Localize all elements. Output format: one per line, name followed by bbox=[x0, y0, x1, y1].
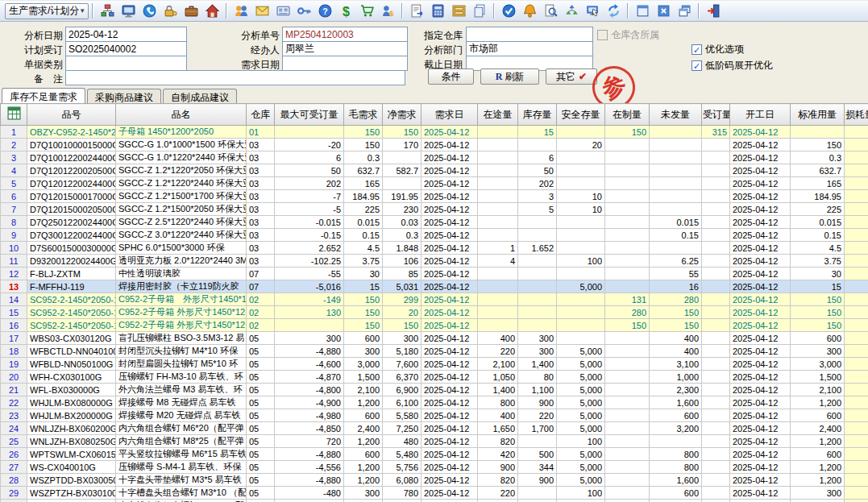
table-cell[interactable]: 6,370 bbox=[383, 371, 422, 384]
table-cell[interactable]: 2025-04-12 bbox=[730, 448, 791, 461]
table-cell[interactable]: 225 bbox=[344, 203, 383, 216]
table-cell[interactable]: 2025-04-12 bbox=[730, 229, 791, 242]
users-icon[interactable] bbox=[230, 2, 251, 20]
table-cell[interactable]: WPTSWLM-CX060150G bbox=[27, 448, 116, 461]
table-cell[interactable] bbox=[650, 190, 702, 203]
table-cell[interactable]: 100 bbox=[557, 255, 605, 268]
table-cell[interactable]: 07 bbox=[247, 280, 275, 293]
table-cell[interactable]: 50 bbox=[275, 164, 344, 177]
col-header-8[interactable]: 在途量 bbox=[478, 104, 518, 126]
row-number[interactable]: 25 bbox=[1, 435, 27, 448]
table-cell[interactable]: 2025-04-12 bbox=[730, 435, 791, 448]
table-cell[interactable]: 150 bbox=[344, 293, 383, 306]
table-row[interactable]: 6D7Q1201500017000GSGCC-Z 1.2*1500*1700 环… bbox=[1, 190, 868, 203]
analysis-date-input[interactable] bbox=[65, 27, 187, 42]
table-cell[interactable]: 6 bbox=[518, 151, 557, 164]
table-cell[interactable]: 300 bbox=[275, 332, 344, 345]
archive-icon[interactable] bbox=[448, 2, 469, 20]
table-cell[interactable]: 184.95 bbox=[791, 190, 845, 203]
table-row[interactable]: 2D7Q1001000015000GSGCC-G 1.0*1000*1500 环… bbox=[1, 139, 868, 151]
tab-2[interactable]: 采购商品建议 bbox=[87, 89, 161, 103]
table-row[interactable]: 25WNLJZH-BX080250G内六角组合螺钉 M8*25（配平弹05720… bbox=[1, 435, 868, 448]
table-cell[interactable]: 2025-04-12 bbox=[422, 139, 478, 151]
table-cell[interactable]: 1,650 bbox=[791, 500, 845, 502]
table-cell[interactable]: 5,756 bbox=[383, 461, 422, 474]
table-cell[interactable] bbox=[845, 190, 868, 203]
table-cell[interactable]: 1,200 bbox=[791, 435, 845, 448]
table-cell[interactable]: 2,300 bbox=[650, 384, 702, 396]
table-cell[interactable]: 900 bbox=[518, 474, 557, 487]
table-row[interactable]: 20WFH-CX030100G压铆螺钉 FH-M3-10 易车铁、环05-4,8… bbox=[1, 371, 868, 384]
table-cell[interactable] bbox=[845, 422, 868, 435]
table-cell[interactable]: 1.848 bbox=[383, 242, 422, 255]
table-cell[interactable]: 05 bbox=[247, 448, 275, 461]
table-cell[interactable]: 2025-04-12 bbox=[730, 164, 791, 177]
table-row[interactable]: 30WSZPTZH-BX040100G十字槽盘头组合螺钉 M4*10（配05-7… bbox=[1, 500, 868, 502]
table-cell[interactable]: F-BLJ-ZXTM bbox=[27, 268, 116, 280]
table-cell[interactable]: 131 bbox=[605, 293, 650, 306]
table-row[interactable]: 26WPTSWLM-CX060150G平头竖纹拉铆螺母 M6*15 易车铁05-… bbox=[1, 448, 868, 461]
table-cell[interactable]: 600 bbox=[344, 332, 383, 345]
table-cell[interactable]: 300 bbox=[791, 345, 845, 358]
col-header-15[interactable]: 标准用量 bbox=[791, 104, 845, 126]
cascade-windows-icon[interactable] bbox=[674, 2, 695, 20]
row-number[interactable]: 16 bbox=[1, 319, 27, 332]
table-cell[interactable]: 150 bbox=[605, 319, 650, 332]
col-header-4[interactable]: 最大可受订量 bbox=[275, 104, 344, 126]
table-cell[interactable]: 0.015 bbox=[650, 216, 702, 229]
table-cell[interactable]: 2025-04-12 bbox=[422, 229, 478, 242]
table-cell[interactable]: 05 bbox=[247, 358, 275, 371]
table-cell[interactable]: 5,000 bbox=[557, 371, 605, 384]
table-cell[interactable]: 2025-04-12 bbox=[730, 126, 791, 139]
row-number[interactable]: 22 bbox=[1, 396, 27, 409]
table-cell[interactable]: 2025-04-12 bbox=[422, 177, 478, 190]
table-cell[interactable]: 2025-04-12 bbox=[730, 242, 791, 255]
table-cell[interactable] bbox=[702, 242, 730, 255]
table-cell[interactable]: 0.3 bbox=[791, 151, 845, 164]
table-cell[interactable]: 400 bbox=[650, 345, 702, 358]
table-cell[interactable]: 2,100 bbox=[791, 384, 845, 396]
table-cell[interactable]: 3,100 bbox=[650, 358, 702, 371]
row-number[interactable]: 8 bbox=[1, 216, 27, 229]
org-tree-icon[interactable] bbox=[97, 2, 118, 20]
table-cell[interactable] bbox=[518, 268, 557, 280]
table-row[interactable]: 8D7Q2501220024400GSGCC-Z 2.5*1220*2440 环… bbox=[1, 216, 868, 229]
other-button[interactable]: 其它 ✔ bbox=[546, 68, 597, 85]
table-cell[interactable] bbox=[702, 384, 730, 396]
table-cell[interactable]: 2025-04-12 bbox=[730, 345, 791, 358]
table-cell[interactable]: 05 bbox=[247, 384, 275, 396]
table-cell[interactable]: 05 bbox=[247, 461, 275, 474]
table-cell[interactable] bbox=[605, 461, 650, 474]
close-window-icon[interactable] bbox=[653, 2, 674, 20]
table-cell[interactable] bbox=[605, 139, 650, 151]
table-cell[interactable]: 03 bbox=[247, 164, 275, 177]
table-cell[interactable] bbox=[650, 151, 702, 164]
table-cell[interactable]: 2025-04-12 bbox=[422, 409, 478, 422]
table-cell[interactable]: 225 bbox=[791, 203, 845, 216]
table-cell[interactable]: 1,650 bbox=[478, 422, 518, 435]
table-cell[interactable] bbox=[557, 293, 605, 306]
table-cell[interactable]: 100 bbox=[557, 487, 605, 500]
table-cell[interactable]: D7Q1201220024400G bbox=[27, 177, 116, 190]
table-cell[interactable] bbox=[605, 255, 650, 268]
table-cell[interactable] bbox=[702, 280, 730, 293]
monitor-icon[interactable] bbox=[118, 2, 139, 20]
table-cell[interactable] bbox=[557, 216, 605, 229]
table-cell[interactable] bbox=[702, 151, 730, 164]
table-cell[interactable] bbox=[845, 293, 868, 306]
handler-input[interactable] bbox=[282, 41, 408, 56]
table-cell[interactable] bbox=[702, 229, 730, 242]
table-cell[interactable]: 2.652 bbox=[275, 242, 344, 255]
table-cell[interactable]: 150 bbox=[650, 306, 702, 319]
row-number[interactable]: 17 bbox=[1, 332, 27, 345]
table-cell[interactable] bbox=[605, 203, 650, 216]
table-cell[interactable]: -0.15 bbox=[275, 229, 344, 242]
table-cell[interactable]: 5,000 bbox=[557, 500, 605, 502]
table-cell[interactable]: 420 bbox=[478, 448, 518, 461]
table-cell[interactable]: SGCC-Z 1.2*1220*2050 环保大亚 bbox=[116, 164, 247, 177]
refresh-button[interactable]: R刷新 bbox=[480, 68, 539, 85]
table-cell[interactable]: 2025-04-12 bbox=[422, 280, 478, 293]
table-cell[interactable]: 2025-04-12 bbox=[730, 280, 791, 293]
table-cell[interactable]: 2025-04-12 bbox=[422, 448, 478, 461]
table-cell[interactable]: D7Q2501220024400G bbox=[27, 216, 116, 229]
